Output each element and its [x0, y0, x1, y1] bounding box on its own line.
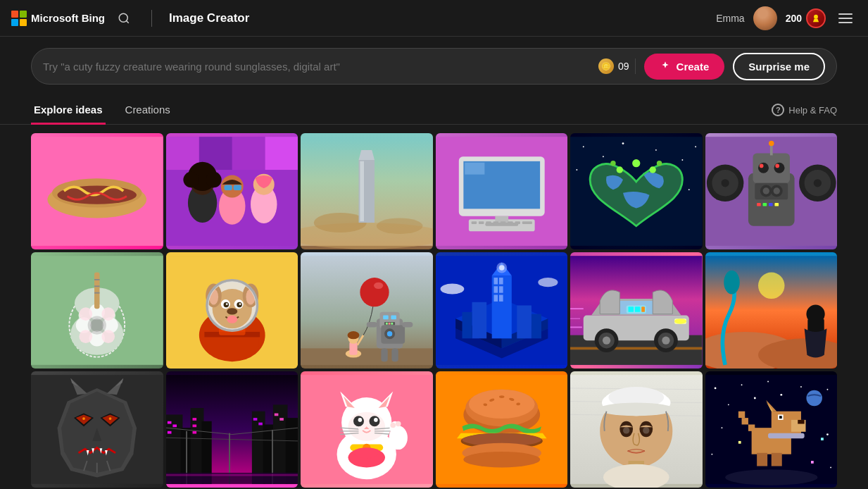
- svg-point-168: [538, 278, 558, 287]
- image-lucky-cat[interactable]: [301, 371, 433, 488]
- svg-point-64: [774, 163, 784, 173]
- svg-rect-135: [383, 316, 389, 320]
- svg-point-312: [806, 390, 822, 407]
- svg-rect-153: [491, 276, 511, 338]
- svg-rect-228: [192, 418, 196, 421]
- avatar[interactable]: [753, 6, 777, 30]
- svg-point-311: [830, 466, 831, 468]
- tab-creations[interactable]: Creations: [122, 97, 173, 125]
- image-computer[interactable]: [436, 133, 568, 249]
- svg-point-196: [806, 305, 824, 323]
- svg-point-50: [681, 159, 683, 161]
- svg-point-304: [780, 394, 782, 396]
- menu-icon: [838, 22, 853, 23]
- svg-rect-316: [798, 420, 804, 424]
- image-girls[interactable]: [166, 133, 298, 249]
- image-monolith[interactable]: [301, 133, 433, 249]
- help-faq-link[interactable]: ? Help & FAQ: [772, 104, 837, 116]
- search-input[interactable]: [43, 61, 590, 73]
- svg-point-119: [239, 303, 241, 305]
- svg-rect-40: [493, 221, 498, 224]
- image-guitar[interactable]: [31, 252, 163, 369]
- wand-icon: [660, 61, 671, 72]
- image-robot-boombox[interactable]: [705, 133, 838, 249]
- svg-point-54: [617, 166, 623, 173]
- svg-rect-163: [462, 312, 472, 339]
- image-robot-balloon[interactable]: [301, 252, 433, 369]
- svg-point-94: [79, 330, 92, 343]
- svg-point-58: [632, 159, 640, 167]
- coin-small-icon: 🪙: [598, 58, 614, 74]
- surprise-button[interactable]: Surprise me: [733, 53, 825, 80]
- menu-icon: [838, 18, 853, 19]
- svg-rect-138: [386, 323, 388, 325]
- header-right: Emma 200: [716, 6, 857, 30]
- svg-point-254: [374, 418, 378, 422]
- svg-rect-33: [465, 163, 484, 175]
- svg-rect-140: [391, 323, 393, 325]
- svg-rect-38: [478, 221, 484, 224]
- image-demon-mask[interactable]: [31, 371, 163, 488]
- help-faq-text: Help & FAQ: [788, 105, 837, 116]
- svg-rect-322: [771, 453, 781, 466]
- svg-point-303: [767, 381, 769, 383]
- image-city[interactable]: [436, 252, 568, 369]
- image-neon-city[interactable]: [166, 371, 298, 488]
- svg-rect-19: [224, 185, 232, 191]
- svg-rect-229: [192, 424, 196, 427]
- tab-explore-ideas[interactable]: Explore ideas: [31, 97, 106, 125]
- svg-rect-184: [641, 307, 645, 312]
- svg-point-132: [374, 283, 383, 289]
- image-worker[interactable]: [570, 371, 703, 488]
- create-button[interactable]: Create: [644, 54, 725, 80]
- image-hotdog[interactable]: [31, 133, 163, 249]
- svg-point-305: [800, 386, 802, 388]
- reward-icon: [806, 8, 826, 28]
- svg-rect-97: [94, 279, 100, 280]
- svg-point-301: [741, 384, 742, 385]
- svg-point-207: [109, 417, 112, 420]
- svg-point-297: [643, 427, 649, 433]
- svg-rect-125: [301, 348, 433, 364]
- coin-count-display: 🪙 09: [598, 58, 636, 74]
- create-label: Create: [677, 61, 710, 73]
- image-doge[interactable]: [166, 252, 298, 369]
- svg-point-73: [813, 179, 821, 187]
- svg-point-2: [814, 14, 818, 18]
- svg-point-120: [227, 308, 237, 314]
- search-icon-button[interactable]: [113, 8, 134, 29]
- svg-rect-327: [738, 441, 741, 444]
- svg-point-57: [657, 161, 662, 166]
- svg-rect-324: [741, 418, 748, 424]
- svg-rect-234: [279, 418, 284, 421]
- image-burger[interactable]: [436, 371, 568, 488]
- image-grid: [0, 125, 868, 488]
- svg-point-310: [711, 454, 712, 455]
- svg-point-143: [387, 331, 393, 337]
- svg-point-65: [775, 164, 779, 168]
- svg-rect-37: [471, 221, 477, 224]
- search-section: 🪙 09 Create Surprise me: [0, 37, 868, 96]
- image-earth-heart[interactable]: [570, 133, 703, 249]
- svg-point-309: [826, 433, 829, 435]
- image-space-dog[interactable]: [705, 371, 838, 488]
- coins-badge: 200: [786, 8, 826, 28]
- svg-point-52: [576, 169, 577, 171]
- svg-rect-329: [811, 461, 814, 464]
- svg-rect-147: [391, 348, 398, 361]
- menu-button[interactable]: [834, 9, 857, 27]
- svg-point-131: [360, 278, 389, 307]
- image-desert-figure[interactable]: [705, 252, 838, 369]
- svg-point-330: [725, 469, 817, 485]
- svg-point-53: [688, 189, 690, 190]
- svg-rect-157: [499, 286, 503, 292]
- image-delorean[interactable]: [570, 252, 703, 369]
- svg-rect-325: [738, 411, 744, 418]
- svg-rect-159: [499, 295, 503, 301]
- svg-rect-156: [493, 286, 498, 292]
- svg-point-78: [773, 187, 779, 194]
- bing-logo[interactable]: Microsoft Bing: [11, 11, 105, 26]
- svg-rect-39: [486, 221, 491, 224]
- svg-rect-318: [779, 416, 782, 419]
- svg-point-56: [610, 161, 616, 166]
